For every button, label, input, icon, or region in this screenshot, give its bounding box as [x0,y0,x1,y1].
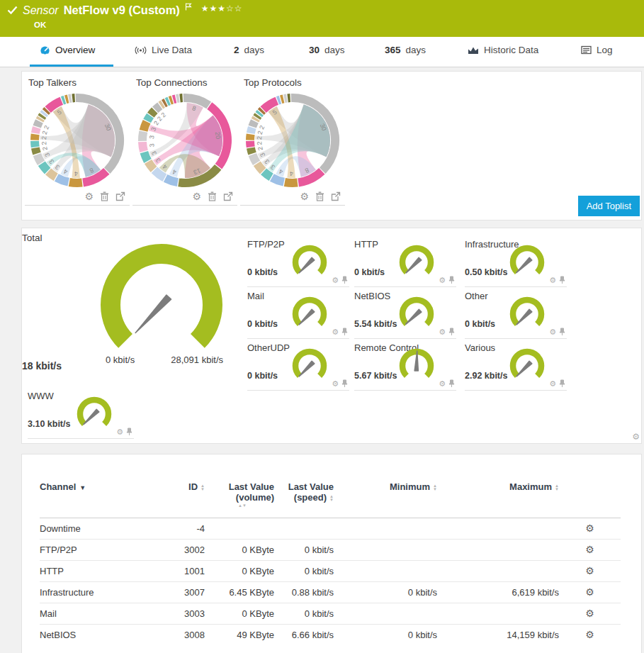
channel-settings-gear-icon[interactable]: ⚙ [585,565,594,576]
settings-gear-icon[interactable]: ⚙ [192,191,201,201]
tab-365-days[interactable]: 365days [385,45,426,67]
flag-icon[interactable] [185,3,192,11]
pin-icon[interactable] [341,276,348,284]
maximum-value [440,561,562,582]
open-icon[interactable] [331,191,341,201]
chord-chart[interactable]: 30844333222225 [28,91,127,190]
sort-icon[interactable]: ▲▼ [329,495,334,502]
priority-stars[interactable]: ★★★☆☆ [201,4,243,13]
channel-settings-gear-icon[interactable]: ⚙ [585,608,594,619]
last-value-volume: 49 KByte [208,625,277,646]
chord-value-label: 2 [40,136,47,140]
column-header-id[interactable]: ID▲▼ [164,477,208,518]
gauges-panel: Total 0 kbit/s 28,091 kbit/s 18 kbit/s ⚙… [21,228,642,444]
gear-icon[interactable]: ⚙ [549,277,556,284]
gear-icon[interactable]: ⚙ [549,328,556,336]
pin-icon[interactable] [559,379,565,388]
channel-settings-gear-icon[interactable]: ⚙ [585,629,594,640]
sort-desc-icon[interactable]: ▼ [79,484,86,491]
chord-value-label: 4 [74,170,78,177]
gauge-tile-netbios: NetBIOS5.54 kbit/s⚙ [354,287,456,339]
gauge-value: 0 kbit/s [465,319,495,329]
channels-panel: Channel▼ID▲▼Last Value(volume)▲▼Last Val… [21,454,642,653]
sort-icon[interactable]: ▲▼ [200,484,205,491]
delete-icon[interactable] [315,191,324,201]
table-row-ftp-p2p: FTP/P2P30020 KByte0 kbit/s⚙ [40,540,621,561]
chord-segment [68,94,72,103]
gear-icon[interactable]: ⚙ [116,428,123,436]
pin-icon[interactable] [126,428,132,436]
gauge-value: 18 kbit/s [22,360,62,372]
gauge-value: 5.67 kbit/s [354,371,397,381]
minimum-value [337,561,440,582]
tab-overview[interactable]: Overview [30,45,113,67]
tab-30-days[interactable]: 30days [309,45,345,67]
tab-log[interactable]: Log [581,45,613,67]
toplist-toolbar: ⚙ [240,190,345,206]
chord-value-label: 3 [148,143,156,147]
pin-icon[interactable] [559,328,565,336]
chord-chart[interactable]: 30844333222225 [243,91,342,190]
gear-icon[interactable]: ⚙ [549,380,556,388]
table-row-infrastructure: Infrastructure30076.45 KByte0.88 kbit/s0… [40,582,621,603]
gear-icon[interactable]: ⚙ [439,277,446,284]
gauge-needle [82,409,99,425]
pin-icon[interactable] [448,328,455,336]
tab-2-days[interactable]: 2days [234,45,264,67]
toplist-toolbar: ⚙ [132,190,237,206]
pin-icon[interactable] [448,276,455,284]
gear-icon[interactable]: ⚙ [332,277,339,284]
column-header-last-value[interactable]: Last Value(speed)▲▼ [277,477,337,518]
tab-label: Log [597,45,613,55]
gauge-tile-remote-control: Remote Control5.67 kbit/s⚙ [354,339,456,391]
sensor-header: Sensor NetFlow v9 (Custom) ★★★☆☆ OK [0,0,644,37]
add-toplist-button[interactable]: Add Toplist [578,196,640,216]
channel-settings-gear-icon[interactable]: ⚙ [585,586,594,598]
gauge-needle [405,309,422,325]
chord-chart[interactable]: 820134433333222 [135,91,235,190]
toplist-title: Top Protocols [240,77,345,88]
gear-icon[interactable]: ⚙ [439,380,446,388]
open-icon[interactable] [115,191,125,201]
column-header-channel[interactable]: Channel▼ [40,477,164,518]
toplist-card-top-connections: Top Connections820134433333222⚙ [132,77,237,206]
gauge-tile-other: Other0 kbit/s⚙ [465,287,567,339]
delete-icon[interactable] [100,191,109,201]
gear-icon[interactable]: ⚙ [439,328,446,336]
pin-icon[interactable] [341,328,348,336]
column-header-maximum[interactable]: Maximum▲▼ [440,477,562,518]
delete-icon[interactable] [208,191,217,201]
pin-icon[interactable] [559,276,565,284]
settings-gear-icon[interactable]: ⚙ [300,191,309,201]
gear-icon[interactable]: ⚙ [632,432,640,441]
channel-settings-gear-icon[interactable]: ⚙ [585,544,594,555]
gauge-tile-http: HTTP0 kbit/s⚙ [354,235,456,287]
last-value-speed: 6.66 kbit/s [277,625,337,646]
tab-historic-data[interactable]: Historic Data [468,45,538,67]
last-value-speed: 0 kbit/s [277,603,337,625]
chord-value-label: 2 [41,146,49,151]
gear-icon[interactable]: ⚙ [332,328,339,336]
column-header-last-value[interactable]: Last Value(volume)▲▼ [208,477,277,518]
last-value-volume: 0 KByte [208,561,277,582]
sort-icon[interactable]: ▲▼ [433,484,437,491]
settings-gear-icon[interactable]: ⚙ [84,191,94,201]
tab-live-data[interactable]: Live Data [135,45,192,67]
chord-segment [283,94,288,103]
sort-icon[interactable]: ▲▼ [555,484,559,491]
tab-label: Overview [55,45,95,55]
gauge-svg [506,346,548,384]
gauge-value: 0 kbit/s [247,319,278,329]
sort-icon[interactable]: ▲▼ [210,504,274,508]
gauge-label: FTP/P2P [247,239,285,250]
table-row-downtime: Downtime-4⚙ [40,518,621,540]
pin-icon[interactable] [341,379,348,388]
last-value-volume: 0 KByte [208,603,277,625]
pin-icon[interactable] [448,379,455,388]
channel-settings-gear-icon[interactable]: ⚙ [585,523,594,534]
gauge-value: 2.92 kbit/s [465,371,507,381]
column-header-minimum[interactable]: Minimum▲▼ [337,477,440,518]
sensor-title: NetFlow v9 (Custom) [64,4,180,17]
open-icon[interactable] [223,191,233,201]
gear-icon[interactable]: ⚙ [332,380,339,388]
